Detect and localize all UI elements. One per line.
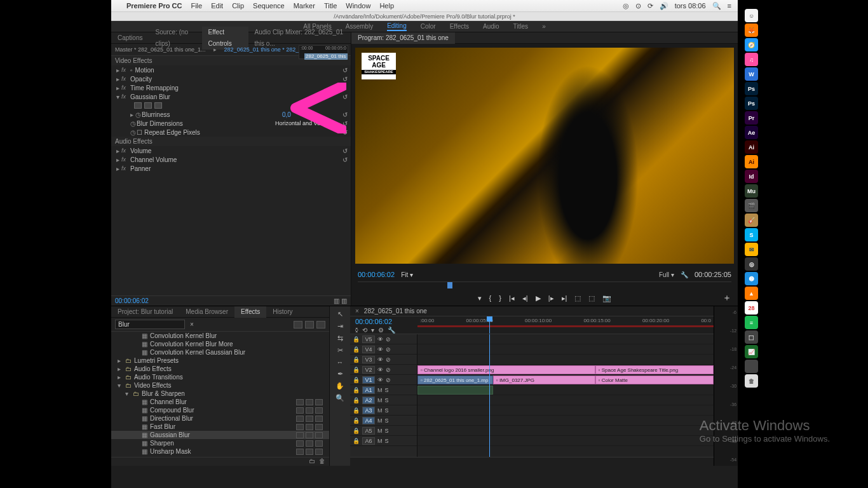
effects-tree-item[interactable]: ▦Convolution Kernel Blur [111, 332, 329, 340]
dock-app[interactable]: 🦊 [745, 24, 758, 37]
tab-history[interactable]: History [266, 306, 299, 318]
dock-app[interactable] [745, 360, 758, 373]
program-scrub-bar[interactable] [358, 281, 731, 290]
wrench-icon[interactable]: 🔧 [681, 271, 688, 278]
track-header-a3[interactable]: 🔒A3MS [350, 405, 417, 416]
mini-timeline[interactable]: :00:0000:00:05:0 282_0625_01 this on [299, 45, 348, 59]
effects-search-input[interactable] [115, 320, 185, 329]
menu-title[interactable]: Title [324, 2, 337, 10]
track-header-a5[interactable]: 🔒A5MS [350, 426, 417, 436]
menubar-icon[interactable]: ⊙ [635, 2, 641, 10]
dock-app[interactable]: 🎸 [745, 214, 758, 227]
track-header-a2[interactable]: 🔒A2MS [350, 395, 417, 405]
clock[interactable]: tors 08:06 [675, 2, 706, 10]
menu-marker[interactable]: Marker [294, 2, 315, 10]
workspace-audio[interactable]: Audio [483, 23, 499, 30]
wrench-icon[interactable]: 🔧 [388, 327, 395, 334]
effects-tree-item[interactable]: ▦Directional Blur [111, 414, 329, 423]
export-frame-button[interactable]: 📷 [602, 294, 611, 302]
effect-opacity[interactable]: ▸fxOpacity↺ [111, 74, 351, 83]
new-bin-icon[interactable]: 🗀 [309, 458, 315, 466]
timeline-playhead[interactable] [489, 334, 490, 457]
track-select-tool[interactable]: ⇥ [337, 322, 343, 330]
effect-type-badges[interactable] [294, 321, 325, 329]
effect-time-remap[interactable]: ▸fxTime Remapping [111, 83, 351, 92]
menu-help[interactable]: Help [379, 2, 394, 10]
dock-app[interactable]: ◎ [745, 257, 758, 271]
menubar-icon[interactable]: ⟳ [648, 2, 653, 10]
effects-tree[interactable]: ▦Convolution Kernel Blur▦Convolution Ker… [111, 332, 329, 457]
workspace-editing[interactable]: Editing [387, 22, 407, 31]
dock-app[interactable]: 🧭 [745, 38, 758, 51]
goto-in-button[interactable]: |◂ [509, 294, 515, 302]
effect-channel-volume[interactable]: ▸fxChannel Volume↺ [111, 155, 351, 164]
tab-effects[interactable]: Effects [234, 306, 266, 318]
effects-tree-item[interactable]: ▦Fast Blur [111, 423, 329, 431]
dock-app[interactable]: ☺ [745, 9, 758, 22]
dock-app[interactable]: 🗑 [745, 374, 758, 388]
playhead[interactable] [489, 316, 490, 334]
snap-icon[interactable]: ⧲ [355, 327, 358, 334]
app-name[interactable]: Premiere Pro CC [126, 2, 182, 10]
play-button[interactable]: ▶ [536, 294, 541, 302]
program-timecode[interactable]: 00:00:06:02 [358, 271, 395, 278]
pen-tool[interactable]: ✒ [337, 370, 343, 378]
effect-gaussian-blur[interactable]: ▾fxGaussian Blur↺ [111, 92, 351, 101]
timeline-timecode[interactable]: 00:00:06:02 [355, 318, 412, 325]
menu-file[interactable]: File [191, 2, 202, 10]
clip-a1[interactable] [417, 386, 493, 395]
menu-extra-icon[interactable]: ≡ [728, 2, 731, 10]
param-blurriness[interactable]: ▸◷Blurriness0,0↺ [111, 110, 351, 119]
dock-app[interactable]: 📈 [745, 345, 758, 358]
workspace-color[interactable]: Color [421, 23, 436, 30]
clip-v1a[interactable]: ▫ 282_0625_01 this one_1.mp [417, 376, 493, 384]
delete-icon[interactable]: 🗑 [319, 458, 325, 466]
close-seq-icon[interactable]: × [355, 308, 359, 315]
dock-app[interactable]: ▲ [745, 287, 758, 300]
dock-app[interactable]: ♫ [745, 53, 758, 66]
volume-icon[interactable]: 🔊 [660, 2, 668, 10]
effects-tree-item[interactable]: ▸🗀Audio Effects [111, 365, 329, 373]
dock-app[interactable]: Mu [745, 184, 758, 198]
tab-media-browser[interactable]: Media Browser [179, 306, 234, 318]
param-blur-dimensions[interactable]: ◷Blur DimensionsHorizontal and Vertical↺ [111, 119, 351, 128]
effect-panner[interactable]: ▸fxPanner [111, 164, 351, 173]
dock-app[interactable]: Pr [745, 111, 758, 125]
tab-program[interactable]: Program: 282_0625_01 this one [351, 32, 455, 44]
effects-tree-item[interactable]: ▦Unsharp Mask [111, 447, 329, 456]
track-header-v5[interactable]: 🔒V5👁⊘ [350, 334, 417, 344]
tab-captions[interactable]: Captions [111, 32, 149, 44]
ec-footer-icons[interactable]: ▥ ▥ [334, 297, 347, 304]
dock-app[interactable]: 🎬 [745, 199, 758, 212]
dock-app[interactable]: Ai [745, 140, 758, 154]
linked-sel-icon[interactable]: ⟲ [362, 327, 367, 334]
menu-sequence[interactable]: Sequence [253, 2, 285, 10]
effect-motion[interactable]: ▸fx▫Motion↺ [111, 65, 351, 74]
add-marker-button[interactable]: ▾ [478, 294, 482, 302]
effects-tree-item[interactable]: ▦Gaussian Blur [111, 431, 329, 439]
lift-button[interactable]: ⬚ [574, 294, 581, 302]
settings-icon[interactable]: ⚙ [378, 327, 384, 334]
clip-v2b[interactable]: ▫ Space Age Shakespeare Title.png [595, 365, 714, 374]
menu-edit[interactable]: Edit [211, 2, 223, 10]
zoom-fit-dropdown[interactable]: Fit ▾ [401, 271, 413, 278]
dock-app[interactable]: Ps [745, 82, 758, 95]
track-header-a1[interactable]: 🔒A1MS [350, 385, 417, 395]
effects-tree-item[interactable]: ▦Sharpen [111, 439, 329, 447]
clip-v1b[interactable]: ▫ IMG_0327.JPG [493, 376, 595, 384]
effects-tree-item[interactable]: ▦Channel Blur [111, 398, 329, 406]
clear-search-button[interactable]: × [190, 321, 194, 328]
workspace-titles[interactable]: Titles [513, 23, 529, 30]
step-fwd-button[interactable]: |▸ [548, 294, 554, 302]
dock-app[interactable]: ≡ [745, 316, 758, 329]
sequence-name[interactable]: 282_0625_01 this one [364, 308, 427, 315]
effects-tree-item[interactable]: ▸🗀Lumetri Presets [111, 356, 329, 365]
effects-tree-item[interactable]: ▦Compound Blur [111, 406, 329, 414]
hand-tool[interactable]: ✋ [336, 382, 344, 390]
button-editor[interactable]: ＋ [722, 292, 731, 304]
effects-tree-item[interactable]: ▸🗀Audio Transitions [111, 373, 329, 381]
effect-controls-timecode[interactable]: 00:00:06:02 [115, 297, 149, 304]
dock-app[interactable]: Ps [745, 97, 758, 110]
slip-tool[interactable]: ↔ [337, 358, 344, 366]
param-repeat-edge[interactable]: ◷☐Repeat Edge Pixels↺ [111, 128, 351, 137]
